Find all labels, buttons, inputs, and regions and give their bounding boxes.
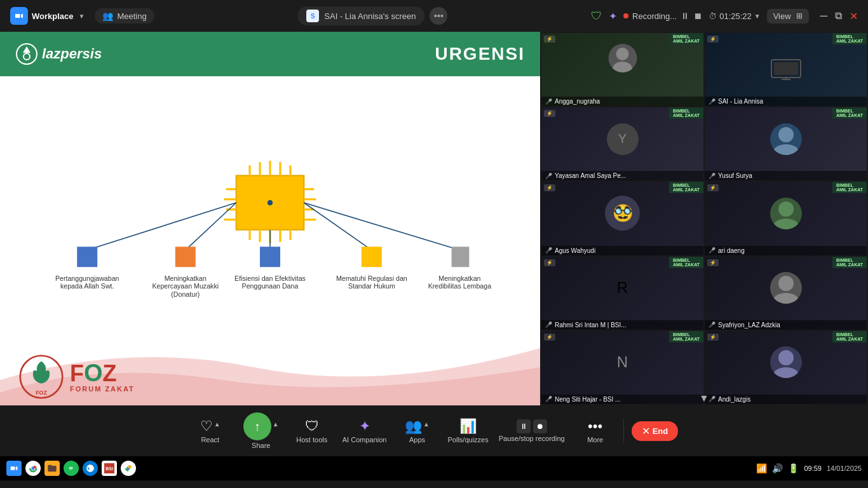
svg-text:Meningkatkan: Meningkatkan [165,274,207,282]
svg-text:Standar Hukum: Standar Hukum [348,282,395,290]
svg-point-56 [773,293,799,304]
polls-icon-wrap: 📊 [459,418,477,435]
recording-stop-icon[interactable]: ⏹ [693,11,702,21]
taskbar-edge-icon[interactable] [83,461,98,476]
svg-text:Meningkatkan: Meningkatkan [438,274,480,282]
share-arrow-icon: ↑ [254,419,261,434]
svg-text:Pertanggungjawaban: Pertanggungjawaban [55,274,119,282]
minimize-btn[interactable]: ─ [820,10,827,22]
participant-tile[interactable]: Y ⚡ BIMBELAMIL ZAKAT 🎤 Yayasan Amal Saya… [541,107,703,180]
svg-point-1 [24,53,30,60]
participant-tile[interactable]: BIMBELAMIL ZAKAT 🎤 Yusuf Surya [705,107,867,180]
react-icon: ♡ [200,418,213,435]
svg-point-51 [778,127,794,142]
battery-icon: 🔋 [788,463,799,473]
taskbar-zoom-icon[interactable] [6,461,22,476]
slide-header: lazpersis URGENSI [0,32,540,76]
meeting-icon: 👥 [102,11,113,21]
participant-tile[interactable]: ⚡ BIMBELAMIL ZAKAT 🎤 SAI - Lia Annisa [705,33,867,106]
svg-point-55 [778,276,794,291]
timer-pill: ⏱ 01:25:22 ▼ [709,11,761,21]
polls-btn[interactable]: 📊 Polls/quizzes [443,405,494,456]
participant-tile[interactable]: ⚡ BIMBELAMIL ZAKAT 🎤 Andi_lazgis [705,331,867,404]
zoom-workplace-label: Workplace [32,11,74,21]
share-circle-btn[interactable]: ↑ [243,412,271,440]
view-btn[interactable]: View ⊞ [767,9,809,24]
apps-btn[interactable]: 👥 ▲ Apps [392,405,443,456]
lazpersis-icon [15,43,38,65]
apps-label: Apps [409,436,425,444]
pause-recording-label: Pause/stop recording [499,435,565,442]
top-bar-right: 🛡 ✦ Recording... ⏸ ⏹ ⏱ 01:25:22 ▼ View ⊞… [591,9,858,24]
mute-icon: 🎤 [545,247,552,254]
tile-overlay: 🎤 Yayasan Amal Saya Pe... [541,171,703,180]
mute-icon: 🎤 [545,396,552,402]
clock-icon: ⏱ [709,11,717,21]
foz-subtitle: FORUM ZAKAT [70,385,135,393]
security-btn[interactable]: 🛡 [591,10,602,23]
taskbar-chrome-icon[interactable] [25,461,41,476]
restore-btn[interactable]: ⧉ [835,10,842,22]
recording-pause-icon[interactable]: ⏸ [681,11,689,21]
participant-tile[interactable]: ⚡ BIMBELAMIL ZAKAT 🎤 Angga_nugraha [541,33,703,106]
svg-point-54 [773,219,799,229]
taskbar-spotify-icon[interactable] [64,461,79,476]
participant-tile[interactable]: ⚡ BIMBELAMIL ZAKAT 🎤 ari daeng [705,182,867,255]
participant-tile[interactable]: R ⚡ BIMBELAMIL ZAKAT 🎤 Rahmi Sri Intan M… [541,257,703,330]
participant-name: Yusuf Surya [718,172,752,179]
polls-icon: 📊 [459,418,477,435]
taskbar-date: 14/01/2025 [827,464,862,472]
tile-overlay: 🎤 Syafriyon_LAZ Adzkia [705,320,867,330]
magic-btn[interactable]: ✦ [609,10,617,22]
svg-point-42 [268,200,273,206]
taskbar-bsi-icon[interactable]: BSI [102,461,117,476]
svg-line-23 [186,203,236,250]
presentation-area: lazpersis URGENSI [0,32,540,405]
zoom-logo[interactable]: Workplace ▼ [10,7,85,25]
end-label: End [653,426,668,436]
svg-rect-24 [175,247,196,267]
tile-overlay: 🎤 SAI - Lia Annisa [705,97,867,106]
more-btn[interactable]: ••• More [570,405,621,456]
svg-point-58 [773,367,799,378]
host-tools-icon-wrap: 🛡 [305,418,319,435]
timer-chevron[interactable]: ▼ [754,13,761,20]
close-btn[interactable]: ✕ [850,10,858,22]
shield-icon: 🛡 [591,10,602,23]
svg-point-45 [616,48,628,60]
ai-companion-btn[interactable]: ✦ AI Companion [337,405,392,456]
sound-icon: 🔊 [772,463,783,473]
meeting-label: Meeting [117,11,146,21]
pause-icon-box: ⏸ [517,419,531,433]
pause-recording-icon-wrap: ⏸ ⏺ [517,419,547,433]
end-btn[interactable]: ✕ End [632,421,679,441]
record-icon-pair: ⏸ ⏺ [517,419,547,433]
slide-footer: FOZ FOZ FORUM ZAKAT [0,329,540,405]
share-btn[interactable]: ↑ ▲ Share [236,405,287,456]
pause-recording-btn[interactable]: ⏸ ⏺ Pause/stop recording [494,405,570,456]
lazpersis-logo: lazpersis [15,43,102,65]
taskbar-chrome2-icon[interactable] [121,461,136,476]
participant-tile[interactable]: ⚡ BIMBELAMIL ZAKAT 🎤 Syafriyon_LAZ Adzki… [705,257,867,330]
scroll-down-indicator[interactable]: ▼ [699,393,709,404]
taskbar-left: BSI [6,461,136,476]
apps-icon: 👥 [405,418,422,435]
workplace-chevron[interactable]: ▼ [79,13,85,20]
tile-overlay: 🎤 Andi_lazgis [705,395,867,404]
end-call-btn[interactable]: ✕ End [627,405,684,456]
slide-title: URGENSI [435,44,525,64]
react-btn[interactable]: ♡ ▲ React [185,405,236,456]
tile-overlay: 🎤 Neng Siti Hajar - BSI ... [541,395,703,404]
tile-overlay: 🎤 ari daeng [705,246,867,255]
svg-rect-28 [362,247,382,267]
meeting-pill[interactable]: 👥 Meeting [95,8,154,24]
screen-share-more-btn[interactable]: ••• [430,7,447,25]
foz-text-block: FOZ FORUM ZAKAT [70,361,135,393]
main-content: lazpersis URGENSI [0,32,868,405]
svg-line-21 [87,203,236,250]
participant-tile[interactable]: N ⚡ BIMBELAMIL ZAKAT 🎤 Neng Siti Hajar -… [541,331,703,404]
svg-text:kepada Allah Swt.: kepada Allah Swt. [60,282,114,290]
taskbar-folder-icon[interactable] [44,461,60,476]
participant-tile[interactable]: 🥸 ⚡ BIMBELAMIL ZAKAT 🎤 Agus Wahyudi [541,182,703,255]
host-tools-btn[interactable]: 🛡 Host tools [287,405,337,456]
